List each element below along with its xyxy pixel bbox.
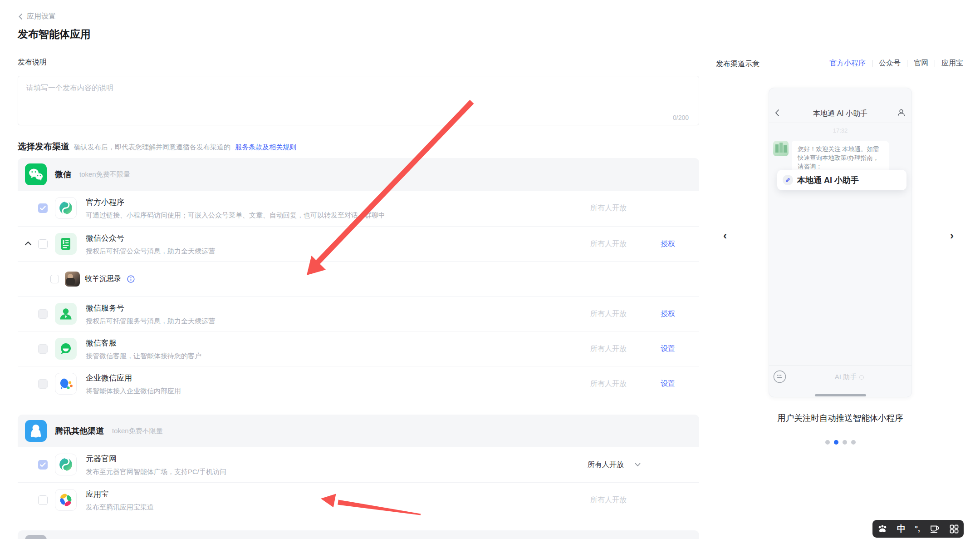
apps-grid-icon[interactable] (949, 524, 959, 534)
punctuation-mode-icon[interactable]: °, (915, 525, 920, 533)
publish-note-label: 发布说明 (18, 58, 47, 67)
tab-official-account[interactable]: 公众号 (879, 59, 901, 68)
back-chevron-icon (19, 13, 23, 20)
input-panel-icon[interactable] (929, 524, 940, 534)
row-title: 微信公众号 (86, 233, 215, 243)
section-tencent-other-name: 腾讯其他渠道 (55, 425, 104, 436)
section-tencent-other-token-note: token免费不限量 (112, 427, 163, 435)
section-wechat-name: 微信 (55, 169, 71, 180)
row-wechat-service-account: 微信服务号 授权后可托管服务号消息，助力全天候运营 所有人开放 授权 (18, 296, 699, 331)
checkbox-service-account[interactable] (38, 309, 48, 319)
section-next-partial (18, 530, 699, 539)
yuanqi-swirl-icon (55, 197, 77, 219)
tab-official-miniprogram[interactable]: 官方小程序 (829, 59, 866, 68)
checkbox-official-miniprogram[interactable] (38, 203, 48, 213)
tab-separator (907, 60, 907, 67)
access-scope-label: 所有人开放 (590, 379, 627, 389)
customer-service-icon (55, 338, 77, 360)
channel-select-heading: 选择发布渠道 确认发布后，即代表您理解并同意遵循各发布渠道的 服务条款及相关规则 (18, 141, 296, 153)
checkbox-yingyongbao[interactable] (38, 495, 48, 505)
row-desc: 接管微信客服，让智能体接待您的客户 (86, 352, 201, 361)
settings-button[interactable]: 设置 (661, 379, 675, 389)
authorize-button[interactable]: 授权 (661, 239, 675, 249)
tab-website[interactable]: 官网 (914, 59, 928, 68)
preview-caption: 用户关注时自动推送智能体小程序 (769, 412, 912, 424)
row-desc: 将智能体接入企业微信内部应用 (86, 387, 181, 396)
checkbox-yuanqi-website[interactable] (38, 460, 48, 470)
publish-note-box: 0/200 (18, 76, 699, 125)
row-title: 元器官网 (86, 454, 226, 464)
wecom-icon (55, 373, 77, 395)
row-title: 官方小程序 (86, 197, 385, 208)
carousel-prev-button[interactable]: ‹ (723, 229, 727, 242)
row-wechat-customer-service: 微信客服 接管微信客服，让智能体接待您的客户 所有人开放 设置 (18, 331, 699, 366)
row-desc: 可通过链接、小程序码访问使用；可嵌入公众号菜单、文章、自动回复，也可以转发至对话… (86, 211, 385, 220)
keyboard-icon[interactable] (773, 370, 786, 383)
channel-select-title: 选择发布渠道 (18, 141, 69, 153)
access-scope-label: 所有人开放 (590, 495, 627, 505)
publish-agent-page: 应用设置 发布智能体应用 发布说明 0/200 选择发布渠道 确认发布后，即代表… (0, 0, 980, 539)
row-title: 微信服务号 (86, 303, 215, 313)
row-desc: 发布至腾讯应用宝渠道 (86, 503, 154, 512)
carousel-dot-3[interactable] (843, 440, 847, 445)
home-indicator (815, 394, 866, 396)
miniprogram-card[interactable]: 本地通 AI 小助手 (777, 170, 906, 190)
publish-note-input[interactable] (18, 76, 699, 112)
carousel-dots (769, 440, 912, 445)
paw-icon[interactable] (877, 524, 888, 534)
user-avatar (65, 272, 80, 287)
phone-nav-bar: 本地通 AI 小助手 (769, 105, 911, 123)
section-wechat: 微信 token免费不限量 官方小程序 可通过链接、小程序码访问使用；可嵌入公众… (18, 158, 699, 401)
wechat-icon (25, 163, 47, 185)
breadcrumb-back[interactable]: 应用设置 (19, 12, 56, 21)
chevron-down-icon (635, 463, 641, 467)
phone-mockup: 本地通 AI 小助手 17:32 您好！欢迎关注 本地通。如需快速查询本地政策/… (769, 88, 912, 397)
tab-separator (872, 60, 872, 67)
tab-separator (935, 60, 935, 67)
carousel-dot-2[interactable] (834, 440, 838, 445)
access-scope-label: 所有人开放 (590, 344, 627, 354)
qq-icon (25, 420, 47, 442)
terms-link[interactable]: 服务条款及相关规则 (235, 143, 296, 152)
access-scope-value: 所有人开放 (588, 460, 624, 470)
carousel-dot-4[interactable] (851, 440, 856, 445)
phone-chat-title: 本地通 AI 小助手 (769, 109, 911, 119)
row-yuanqi-website: 元器官网 发布至元器官网智能体广场，支持PC/手机访问 所有人开放 (18, 447, 699, 482)
next-section-icon (25, 535, 47, 539)
collapse-chevron-icon[interactable] (24, 241, 32, 246)
row-wecom-app: 企业微信应用 将智能体接入企业微信内部应用 所有人开放 设置 (18, 366, 699, 401)
preview-panel-title: 发布渠道示意 (716, 59, 760, 69)
char-counter: 0/200 (673, 114, 689, 121)
carousel-dot-1[interactable] (825, 440, 830, 445)
section-tencent-other: 腾讯其他渠道 token免费不限量 元器官网 发布至元器官网智能体广场，支持PC… (18, 415, 699, 517)
row-desc: 发布至元器官网智能体广场，支持PC/手机访问 (86, 468, 226, 476)
phone-timestamp: 17:32 (769, 127, 911, 134)
tab-yingyongbao[interactable]: 应用宝 (941, 59, 963, 68)
chinese-mode-icon[interactable]: 中 (897, 524, 906, 533)
info-icon[interactable] (127, 275, 135, 283)
checkbox-bound-account[interactable] (50, 275, 59, 283)
phone-input-placeholder[interactable]: AI 助手 (787, 373, 911, 381)
access-scope-label: 所有人开放 (590, 203, 627, 213)
settings-button[interactable]: 设置 (661, 344, 675, 354)
checkbox-customer-service[interactable] (38, 344, 48, 354)
access-scope-dropdown[interactable]: 所有人开放 (588, 460, 641, 470)
carousel-next-button[interactable]: › (950, 229, 954, 242)
row-title: 微信客服 (86, 338, 201, 348)
official-account-icon (55, 233, 77, 255)
authorize-button[interactable]: 授权 (661, 309, 675, 319)
access-scope-label: 所有人开放 (590, 239, 627, 249)
bound-account-name: 牧羊沉思录 (85, 274, 121, 284)
checkbox-official-account[interactable] (38, 239, 48, 249)
row-official-miniprogram: 官方小程序 可通过链接、小程序码访问使用；可嵌入公众号菜单、文章、自动回复，也可… (18, 191, 699, 226)
link-icon (783, 175, 793, 185)
access-scope-label: 所有人开放 (590, 309, 627, 319)
section-wechat-header: 微信 token免费不限量 (18, 158, 699, 191)
row-desc: 授权后可托管服务号消息，助力全天候运营 (86, 317, 215, 326)
checkbox-wecom-app[interactable] (38, 379, 48, 389)
miniprogram-card-title: 本地通 AI 小助手 (797, 175, 859, 186)
row-bound-account: 牧羊沉思录 (18, 261, 699, 296)
row-desc: 授权后可托管公众号消息，助力全天候运营 (86, 247, 215, 256)
row-yingyongbao: 应用宝 发布至腾讯应用宝渠道 所有人开放 (18, 482, 699, 517)
section-tencent-other-header: 腾讯其他渠道 token免费不限量 (18, 415, 699, 447)
